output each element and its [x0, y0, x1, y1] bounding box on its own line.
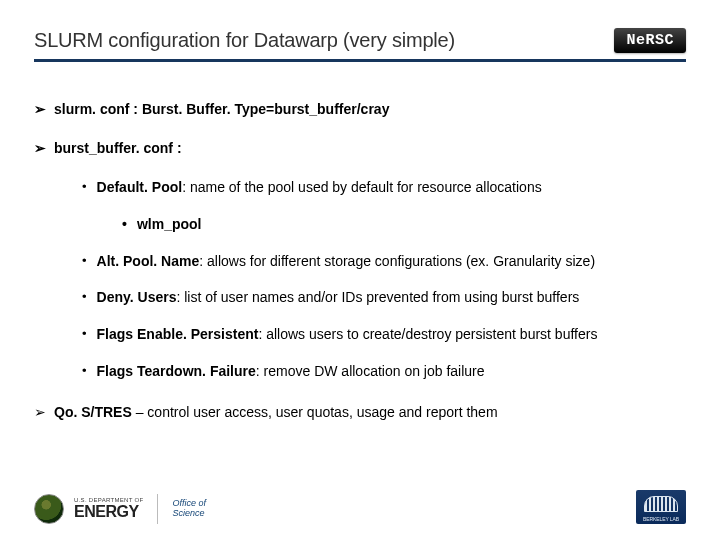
- bullet-text: burst_buffer. conf :: [54, 139, 182, 158]
- title-row: SLURM configuration for Datawarp (very s…: [34, 28, 686, 53]
- content-body: ➢ slurm. conf : Burst. Buffer. Type=burs…: [34, 100, 686, 422]
- arrow-icon: ➢: [34, 403, 46, 422]
- sub-alt-pool-name: • Alt. Pool. Name: allows for different …: [82, 252, 686, 271]
- building-icon: [644, 496, 678, 512]
- dot-icon: •: [82, 252, 87, 271]
- page-title: SLURM configuration for Datawarp (very s…: [34, 29, 455, 52]
- footer-left: U.S. DEPARTMENT OF ENERGY Office of Scie…: [34, 494, 206, 524]
- bullet-burst-buffer-conf: ➢ burst_buffer. conf :: [34, 139, 686, 158]
- sub-sub-text: wlm_pool: [137, 215, 202, 234]
- nersc-logo-badge: NeRSC: [614, 28, 686, 53]
- dept-name: ENERGY: [74, 503, 143, 521]
- dot-icon: •: [82, 362, 87, 381]
- dot-icon: •: [82, 325, 87, 344]
- bullet-slurm-conf: ➢ slurm. conf : Burst. Buffer. Type=burs…: [34, 100, 686, 119]
- sub-deny-users: • Deny. Users: list of user names and/or…: [82, 288, 686, 307]
- arrow-icon: ➢: [34, 100, 46, 119]
- sub-text: Flags Enable. Persistent: allows users t…: [97, 325, 598, 344]
- arrow-icon: ➢: [34, 139, 46, 158]
- sub-text: Flags Teardown. Failure: remove DW alloc…: [97, 362, 485, 381]
- sub-text: Deny. Users: list of user names and/or I…: [97, 288, 580, 307]
- dot-icon: •: [82, 288, 87, 307]
- sub-text: Default. Pool: name of the pool used by …: [97, 178, 542, 197]
- office-science-label: Office of Science: [172, 499, 206, 519]
- bullet-qos-tres: ➢ Qo. S/TRES – control user access, user…: [34, 403, 686, 422]
- slide: SLURM configuration for Datawarp (very s…: [0, 0, 720, 540]
- bullet-text: Qo. S/TRES – control user access, user q…: [54, 403, 498, 422]
- bullet-text: slurm. conf : Burst. Buffer. Type=burst_…: [54, 100, 389, 119]
- energy-logo: U.S. DEPARTMENT OF ENERGY: [74, 497, 143, 521]
- sub-default-pool: • Default. Pool: name of the pool used b…: [82, 178, 686, 197]
- sub-flags-enable-persistent: • Flags Enable. Persistent: allows users…: [82, 325, 686, 344]
- doe-seal-icon: [34, 494, 64, 524]
- title-underline: [34, 59, 686, 62]
- berkeley-lab-logo: BERKELEY LAB: [636, 490, 686, 524]
- sub-text: Alt. Pool. Name: allows for different st…: [97, 252, 596, 271]
- dot-icon: •: [82, 178, 87, 197]
- sub-flags-teardown-failure: • Flags Teardown. Failure: remove DW all…: [82, 362, 686, 381]
- divider: [157, 494, 158, 524]
- lab-name: BERKELEY LAB: [643, 516, 679, 522]
- dot-icon: •: [122, 215, 127, 234]
- footer: U.S. DEPARTMENT OF ENERGY Office of Scie…: [34, 490, 686, 524]
- sub-bullet-list: • Default. Pool: name of the pool used b…: [82, 178, 686, 381]
- sub-sub-wlm-pool: • wlm_pool: [122, 215, 686, 234]
